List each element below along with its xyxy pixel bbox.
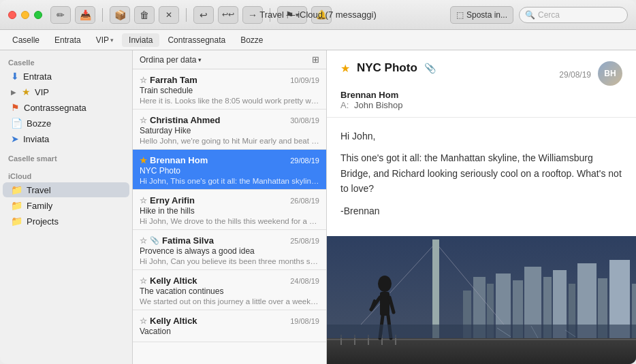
email-photo xyxy=(327,236,636,364)
email-subject: NYC Photo xyxy=(140,166,319,176)
star-icon[interactable]: ★ xyxy=(140,156,147,165)
sidebar-item-travel[interactable]: 📁 Travel xyxy=(3,182,129,197)
sidebar-item-entrata[interactable]: ⬇ Entrata xyxy=(3,69,129,84)
tab-bozze[interactable]: Bozze xyxy=(234,33,270,47)
vip-chevron-icon: ▾ xyxy=(110,37,114,44)
email-date: 19/08/19 xyxy=(290,317,319,325)
email-list: Ordina per data ▾ ⊞ ☆ Farrah Tam 10/09/1… xyxy=(133,50,327,364)
separator-2 xyxy=(186,8,187,22)
svg-rect-18 xyxy=(327,338,636,364)
sidebar-item-vip[interactable]: ▶ ★ VIP xyxy=(3,84,129,99)
sort-chevron-icon: ▾ xyxy=(198,56,202,63)
star-icon[interactable]: ☆ xyxy=(140,236,147,246)
archive-button[interactable]: 📦 xyxy=(110,6,130,24)
email-preview: We started out on this journey a little … xyxy=(140,297,319,305)
star-icon[interactable]: ☆ xyxy=(140,76,147,85)
minimize-button[interactable] xyxy=(21,11,29,19)
close-button[interactable] xyxy=(8,11,16,19)
email-item-2[interactable]: ☆ Christina Ahmed 30/08/19 Saturday Hike… xyxy=(133,110,326,150)
email-preview: Hi John, Can you believe its been three … xyxy=(140,257,319,265)
archive-icon: 📦 xyxy=(114,10,126,20)
email-preview: Here it is. Looks like the 8:05 would wo… xyxy=(140,97,319,105)
email-sender: ☆ 📎 Fatima Silva xyxy=(140,235,214,246)
email-date: 24/08/19 xyxy=(290,277,319,285)
tab-inviata[interactable]: Inviata xyxy=(122,33,159,47)
flag-sidebar-icon: ⚑ xyxy=(11,102,20,113)
svg-rect-32 xyxy=(327,325,636,338)
detail-to-label: A: xyxy=(340,100,349,110)
mailbox-button[interactable]: 📥 xyxy=(75,6,95,24)
search-box[interactable]: 🔍 Cerca xyxy=(519,7,628,23)
star-icon[interactable]: ☆ xyxy=(140,316,147,326)
move-button[interactable]: ⬚ Sposta in... xyxy=(450,6,513,24)
email-item-6[interactable]: ☆ Kelly Altick 24/08/19 The vacation con… xyxy=(133,270,326,310)
svg-point-25 xyxy=(378,276,392,292)
delete-button[interactable]: ✕ xyxy=(159,6,179,24)
email-item-7[interactable]: ☆ Kelly Altick 19/08/19 Vacation xyxy=(133,310,326,342)
star-icon[interactable]: ☆ xyxy=(140,116,147,125)
email-date: 26/08/19 xyxy=(290,197,319,205)
email-item-1[interactable]: ☆ Farrah Tam 10/09/19 Train schedule Her… xyxy=(133,69,326,110)
svg-rect-17 xyxy=(432,239,439,338)
star-icon[interactable]: ☆ xyxy=(140,276,147,286)
sidebar: Caselle ⬇ Entrata ▶ ★ VIP ⚑ Contrassegna… xyxy=(0,50,133,364)
email-date: 25/08/19 xyxy=(290,237,319,245)
tab-caselle[interactable]: Caselle xyxy=(5,33,46,47)
email-item-5[interactable]: ☆ 📎 Fatima Silva 25/08/19 Provence is al… xyxy=(133,230,326,270)
tab-entrata[interactable]: Entrata xyxy=(48,33,88,47)
move-icon: ⬚ xyxy=(456,10,464,20)
email-header-row: ☆ Christina Ahmed 30/08/19 xyxy=(140,115,319,125)
delete-icon: ✕ xyxy=(165,10,172,20)
email-subject: The vacation continues xyxy=(140,286,319,296)
email-header-row: ★ Brennan Hom 29/08/19 xyxy=(140,155,319,165)
email-preview: Hello John, we're going to hit Muir earl… xyxy=(140,137,319,145)
svg-rect-26 xyxy=(380,292,389,316)
email-subject: Hike in the hills xyxy=(140,206,319,216)
mailbox-icon: 📥 xyxy=(80,10,91,20)
sidebar-item-inviata[interactable]: ➤ Inviata xyxy=(3,131,129,146)
email-header-row: ☆ Kelly Altick 19/08/19 xyxy=(140,316,319,326)
email-date: 10/09/19 xyxy=(290,76,319,84)
detail-sender-row: Brennan Hom A: John Bishop xyxy=(340,88,402,110)
detail-to: A: John Bishop xyxy=(340,100,402,110)
sidebar-item-family[interactable]: 📁 Family xyxy=(3,198,129,213)
maximize-button[interactable] xyxy=(34,11,42,19)
email-header-row: ☆ Kelly Altick 24/08/19 xyxy=(140,276,319,286)
sidebar-section-icloud: iCloud xyxy=(0,168,132,182)
email-preview: Hi John, We drove to the hills this week… xyxy=(140,217,319,225)
sidebar-item-bozze[interactable]: 📄 Bozze xyxy=(3,116,129,131)
detail-star-icon[interactable]: ★ xyxy=(340,62,350,75)
sidebar-item-projects[interactable]: 📁 Projects xyxy=(3,214,129,229)
reply-button[interactable]: ↩ xyxy=(193,6,214,24)
detail-subject: NYC Photo xyxy=(357,61,417,75)
email-subject: Vacation xyxy=(140,327,319,336)
inbox-icon: ⬇ xyxy=(11,71,19,82)
email-date: 29/08/19 xyxy=(290,156,319,165)
body-content: This one's got it all: the Manhattan sky… xyxy=(340,150,622,196)
email-subject: Train schedule xyxy=(140,86,319,95)
reply-all-button[interactable]: ↩↩ xyxy=(218,6,238,24)
forward-icon: → xyxy=(248,10,257,20)
email-item-3[interactable]: ★ Brennan Hom 29/08/19 NYC Photo Hi John… xyxy=(133,150,326,190)
email-item-4[interactable]: ☆ Erny Arifin 26/08/19 Hike in the hills… xyxy=(133,190,326,230)
trash-button[interactable]: 🗑 xyxy=(134,6,155,24)
star-icon[interactable]: ☆ xyxy=(140,196,147,205)
detail-date: 29/08/19 xyxy=(559,70,591,80)
email-subject: Saturday Hike xyxy=(140,126,319,135)
list-view-icon[interactable]: ⊞ xyxy=(312,54,319,65)
expand-arrow-icon: ▶ xyxy=(11,88,16,96)
separator-1 xyxy=(102,8,103,22)
email-body: Hi John, This one's got it all: the Manh… xyxy=(327,118,636,236)
email-sender: ☆ Christina Ahmed xyxy=(140,115,221,125)
email-subject: Provence is always a good idea xyxy=(140,246,319,256)
star-icon: ★ xyxy=(22,86,31,97)
tab-contrassegnata[interactable]: Contrassegnata xyxy=(161,33,232,47)
email-sender: ☆ Kelly Altick xyxy=(140,316,197,326)
sort-button[interactable]: Ordina per data ▾ xyxy=(140,55,202,65)
attachment-icon: 📎 xyxy=(150,236,159,245)
sidebar-item-contrassegnata[interactable]: ⚑ Contrassegnata xyxy=(3,100,129,115)
tab-vip[interactable]: VIP ▾ xyxy=(89,33,121,47)
compose-button[interactable]: ✏ xyxy=(50,6,71,24)
reply-all-icon: ↩↩ xyxy=(222,10,234,19)
folder-projects-icon: 📁 xyxy=(11,216,22,227)
